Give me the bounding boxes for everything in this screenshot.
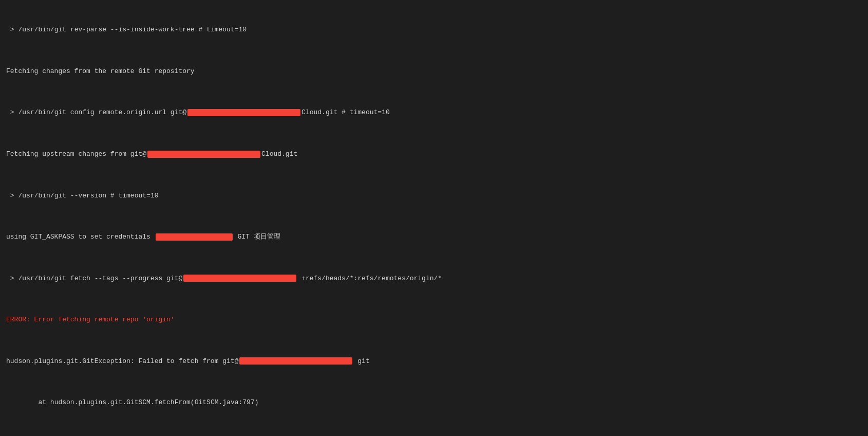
terminal-output: > /usr/bin/git rev-parse --is-inside-wor… [6,4,862,436]
line-2: Fetching changes from the remote Git rep… [6,66,862,77]
redacted-5 [239,357,352,365]
redacted-1 [187,109,300,116]
redacted-2 [147,151,260,158]
redacted-4 [183,275,296,282]
line-6: using GIT_ASKPASS to set credentials GIT… [6,232,862,242]
line-4: Fetching upstream changes from git@ Clou… [6,149,862,159]
line-7: > /usr/bin/git fetch --tags --progress g… [6,274,862,284]
line-3: > /usr/bin/git config remote.origin.url … [6,107,862,118]
line-9: hudson.plugins.git.GitException: Failed … [6,356,862,367]
line-5: > /usr/bin/git --version # timeout=10 [6,191,862,201]
line-1: > /usr/bin/git rev-parse --is-inside-wor… [6,25,862,35]
redacted-3 [156,233,233,241]
line-10: at hudson.plugins.git.GitSCM.fetchFrom(G… [6,397,862,408]
line-8: ERROR: Error fetching remote repo 'origi… [6,315,862,325]
